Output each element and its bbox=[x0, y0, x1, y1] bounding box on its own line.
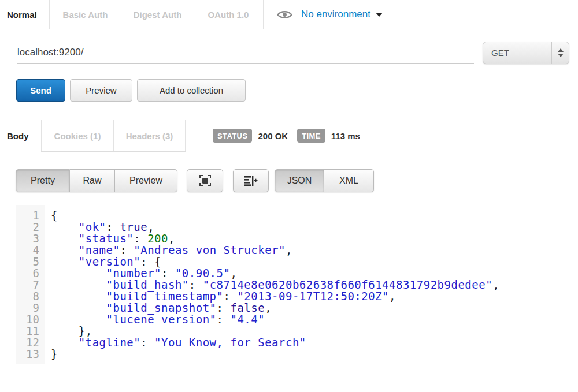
response-tabs-underline bbox=[41, 151, 186, 152]
tab-basic-auth[interactable]: Basic Auth bbox=[49, 0, 121, 29]
unfold-button[interactable] bbox=[233, 169, 269, 192]
code-line: "build_hash": "c8714e8e0620b62638f660f61… bbox=[51, 279, 499, 290]
code-line: "number": "0.90.5", bbox=[51, 267, 499, 279]
line-number: 8 bbox=[16, 290, 45, 302]
tab-cookies[interactable]: Cookies (1) bbox=[41, 120, 113, 151]
code-line: "lucene_version": "4.4" bbox=[51, 313, 499, 325]
status-value: 200 OK bbox=[258, 131, 288, 141]
line-number: 1 bbox=[16, 210, 45, 221]
method-label: GET bbox=[483, 48, 551, 58]
environment-selector[interactable]: No environment bbox=[301, 9, 383, 20]
code-line: "name": "Andreas von Strucker", bbox=[51, 244, 499, 256]
line-number: 13 bbox=[16, 348, 45, 360]
code-line: "status": 200, bbox=[51, 233, 499, 244]
tab-normal[interactable]: Normal bbox=[0, 0, 49, 29]
line-number: 5 bbox=[16, 256, 45, 267]
line-number: 4 bbox=[16, 244, 45, 256]
unfold-lines-icon bbox=[244, 176, 258, 186]
send-button[interactable]: Send bbox=[16, 79, 65, 102]
chevron-down-icon bbox=[376, 13, 383, 17]
method-select[interactable]: GET bbox=[483, 42, 569, 64]
postman-app: Normal Basic Auth Digest Auth OAuth 1.0 … bbox=[0, 0, 578, 392]
xml-button[interactable]: XML bbox=[324, 169, 374, 192]
format-mode-group: JSON XML bbox=[275, 169, 374, 192]
tab-headers[interactable]: Headers (3) bbox=[113, 120, 186, 151]
tab-digest-auth[interactable]: Digest Auth bbox=[121, 0, 194, 29]
pretty-button[interactable]: Pretty bbox=[16, 169, 70, 192]
time-value: 113 ms bbox=[331, 131, 360, 141]
unfold-button-wrap bbox=[233, 169, 269, 192]
time-badge: TIME bbox=[297, 129, 325, 143]
fullscreen-button-wrap bbox=[187, 169, 223, 192]
code-line: }, bbox=[51, 325, 499, 337]
code-line: "ok": true, bbox=[51, 221, 499, 233]
url-input[interactable] bbox=[17, 42, 474, 64]
stepper-arrows-icon bbox=[551, 42, 569, 64]
tab-oauth[interactable]: OAuth 1.0 bbox=[194, 0, 262, 29]
preview-button[interactable]: Preview bbox=[70, 79, 132, 102]
status-badge: STATUS bbox=[213, 129, 252, 143]
code-line: "tagline": "You Know, for Search" bbox=[51, 337, 499, 348]
code-line: "build_timestamp": "2013-09-17T12:50:20Z… bbox=[51, 290, 499, 302]
line-number: 12 bbox=[16, 337, 45, 348]
code-line: "build_snapshot": false, bbox=[51, 302, 499, 313]
preview-mode-button[interactable]: Preview bbox=[115, 169, 177, 192]
code-line: { bbox=[51, 210, 499, 221]
raw-button[interactable]: Raw bbox=[70, 169, 115, 192]
line-number: 6 bbox=[16, 267, 45, 279]
tab-body[interactable]: Body bbox=[0, 120, 41, 151]
line-number: 3 bbox=[16, 233, 45, 244]
eye-icon[interactable] bbox=[276, 9, 293, 21]
line-number: 7 bbox=[16, 279, 45, 290]
line-number: 11 bbox=[16, 325, 45, 337]
code-lines: { "ok": true, "status": 200, "name": "An… bbox=[51, 205, 499, 364]
line-number: 10 bbox=[16, 313, 45, 325]
environment-label: No environment bbox=[301, 9, 370, 20]
json-button[interactable]: JSON bbox=[275, 169, 324, 192]
line-number: 9 bbox=[16, 302, 45, 313]
request-tabs-underline bbox=[49, 29, 263, 29]
fullscreen-icon bbox=[199, 174, 212, 187]
line-number: 2 bbox=[16, 221, 45, 233]
view-mode-group: Pretty Raw Preview bbox=[16, 169, 177, 192]
fullscreen-button[interactable] bbox=[187, 169, 223, 192]
code-line: "version": { bbox=[51, 256, 499, 267]
line-number-gutter: 12345678910111213 bbox=[16, 205, 45, 364]
response-meta: STATUS 200 OK TIME 113 ms bbox=[213, 120, 369, 151]
code-line: } bbox=[51, 348, 499, 360]
environment-area: No environment bbox=[263, 0, 383, 29]
add-to-collection-button[interactable]: Add to collection bbox=[137, 79, 246, 102]
